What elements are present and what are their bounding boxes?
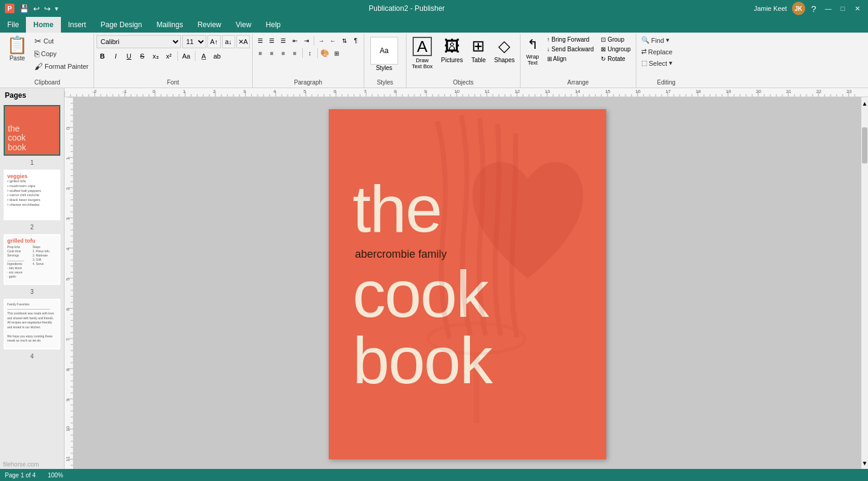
ruler-horizontal (65, 88, 868, 97)
strikethrough-button[interactable]: S (136, 50, 148, 62)
subscript-button[interactable]: x₂ (150, 50, 162, 62)
font-color-button[interactable]: A (198, 50, 210, 62)
ltr-button[interactable]: → (316, 35, 327, 46)
scroll-down-button[interactable]: ▼ (861, 457, 868, 469)
table-icon: ⊞ (472, 37, 485, 56)
numbering-button[interactable]: ☰ (267, 35, 277, 46)
font-group: Calibri 11 A↑ a↓ ✕A B I U S x₂ x² Aa A (94, 34, 253, 88)
ruler-vertical (65, 97, 74, 469)
scroll-up-button[interactable]: ▲ (861, 97, 868, 109)
find-button[interactable]: 🔍 Find ▾ (639, 35, 672, 45)
titlebar-right: Jamie Keet JK ? — □ ✕ (754, 2, 863, 15)
help-icon[interactable]: ? (811, 4, 816, 14)
ungroup-button[interactable]: ⊠ Ungroup (598, 45, 633, 54)
canvas-area[interactable]: the abercrombie family cook book (74, 97, 861, 469)
decrease-indent-button[interactable]: ⇤ (290, 35, 300, 46)
bring-forward-button[interactable]: ↑ Bring Forward (545, 35, 597, 44)
tab-view[interactable]: View (229, 17, 259, 33)
pictures-button[interactable]: 🖼 Pictures (438, 35, 466, 65)
watermark-text: filehorse.com (3, 461, 39, 468)
find-label: Find (651, 37, 664, 44)
font-grow-button[interactable]: A↑ (207, 35, 221, 48)
save-icon[interactable]: 💾 (18, 3, 30, 14)
page-thumb-2[interactable]: veggies • grilled tofu • mushroom caps •… (4, 170, 60, 220)
tab-file[interactable]: File (0, 17, 26, 33)
draw-text-box-button[interactable]: A DrawText Box (409, 35, 436, 71)
copy-button[interactable]: ⎘ Copy (32, 48, 91, 60)
justify-button[interactable]: ≡ (290, 48, 300, 59)
wrap-text-button[interactable]: ↰ WrapText (523, 35, 542, 68)
minimize-button[interactable]: — (822, 2, 834, 14)
thumb-cover-text: thecookbook (8, 124, 26, 152)
cut-button[interactable]: ✂ Cut (32, 35, 91, 47)
styles-button[interactable]: Aa Styles (367, 35, 402, 73)
arrange-group: ↰ WrapText ↑ Bring Forward ↓ Send Backwa… (521, 34, 636, 88)
borders-button[interactable]: ⊞ (331, 48, 342, 59)
line-spacing-button[interactable]: ↕ (305, 48, 315, 59)
font-label: Font (97, 77, 250, 88)
close-button[interactable]: ✕ (851, 2, 863, 14)
titlebar-left: P 💾 ↩ ↪ ▾ (5, 3, 60, 14)
shapes-button[interactable]: ◇ Shapes (491, 35, 518, 65)
show-marks-button[interactable]: ¶ (350, 35, 361, 46)
align-button[interactable]: ⊞ Align (545, 54, 597, 63)
page-2-item-1: • grilled tofu (7, 179, 57, 184)
arrange-stack-1: ↑ Bring Forward ↓ Send Backward ⊞ Align (545, 35, 597, 68)
replace-button[interactable]: ⇄ Replace (639, 46, 675, 57)
format-painter-button[interactable]: 🖌 Format Painter (32, 60, 91, 72)
paste-button[interactable]: 📋 Paste (4, 35, 31, 63)
page-thumb-4[interactable]: Family Favorites ──────────────────── Th… (4, 299, 60, 349)
rtl-button[interactable]: ← (328, 35, 338, 46)
page-thumb-1[interactable]: thecookbook (4, 105, 60, 156)
font-size-select[interactable]: 11 (182, 35, 206, 48)
case-button[interactable]: Aa (180, 50, 192, 62)
para-row-1: ☰ ☰ ☰ ⇤ ⇥ → ← ⇅ ¶ (255, 35, 361, 46)
maximize-button[interactable]: □ (837, 2, 849, 14)
customize-icon[interactable]: ▾ (54, 4, 60, 14)
ribbon: 📋 Paste ✂ Cut ⎘ Copy 🖌 Format Painter Cl… (0, 33, 868, 88)
tab-insert[interactable]: Insert (61, 17, 93, 33)
select-button[interactable]: ⬚ Select ▾ (639, 58, 676, 68)
clear-format-button[interactable]: ✕A (236, 35, 250, 48)
bold-button[interactable]: B (97, 50, 109, 62)
arrange-row-1: ↰ WrapText ↑ Bring Forward ↓ Send Backwa… (523, 35, 633, 68)
increase-indent-button[interactable]: ⇥ (301, 35, 312, 46)
page-2-item-6: • cheese enchiladas (7, 203, 57, 208)
font-name-select[interactable]: Calibri (97, 35, 181, 48)
scrollbar-vertical[interactable]: ▲ ▼ (861, 97, 868, 469)
undo-icon[interactable]: ↩ (32, 3, 41, 14)
shading-button[interactable]: 🎨 (320, 48, 331, 59)
tab-help[interactable]: Help (259, 17, 288, 33)
clipboard-area: ✂ Cut ⎘ Copy 🖌 Format Painter (32, 35, 91, 72)
bullets-button[interactable]: ☰ (255, 35, 266, 46)
user-avatar[interactable]: JK (792, 2, 805, 15)
scrollbar-thumb-v[interactable] (862, 127, 867, 164)
tab-review[interactable]: Review (190, 17, 228, 33)
multilevel-button[interactable]: ☰ (278, 35, 289, 46)
page-4-content: Family Favorites ──────────────────── Th… (7, 302, 57, 348)
sort-button[interactable]: ⇅ (339, 35, 350, 46)
align-right-button[interactable]: ≡ (278, 48, 289, 59)
font-shrink-button[interactable]: a↓ (222, 35, 235, 48)
highlight-button[interactable]: ab (211, 50, 223, 62)
tab-home[interactable]: Home (26, 17, 60, 33)
underline-button[interactable]: U (123, 50, 135, 62)
cover-heart-bg (467, 158, 588, 290)
align-left-button[interactable]: ≡ (255, 48, 266, 59)
tab-mailings[interactable]: Mailings (149, 17, 190, 33)
send-backward-button[interactable]: ↓ Send Backward (545, 45, 597, 54)
page-3-col-2: Steps1. Press tofu2. Marinate3. Grill4. … (33, 245, 57, 279)
italic-button[interactable]: I (110, 50, 122, 62)
align-center-button[interactable]: ≡ (267, 48, 277, 59)
group-button[interactable]: ⊡ Group (598, 35, 633, 44)
page-3-col-1: Prep timeCook timeServings__________Ingr… (7, 245, 31, 279)
tab-page-design[interactable]: Page Design (93, 17, 150, 33)
rotate-button[interactable]: ↻ Rotate (598, 54, 633, 63)
table-button[interactable]: ⊞ Table (468, 35, 489, 65)
redo-icon[interactable]: ↪ (43, 3, 52, 14)
page-thumb-3[interactable]: grilled tofu Prep timeCook timeServings_… (4, 234, 60, 285)
page-2-preview: veggies • grilled tofu • mushroom caps •… (5, 171, 59, 219)
pages-panel-header: Pages (0, 88, 64, 103)
superscript-button[interactable]: x² (163, 50, 175, 62)
app-title: Publication2 - Publisher (60, 4, 754, 13)
